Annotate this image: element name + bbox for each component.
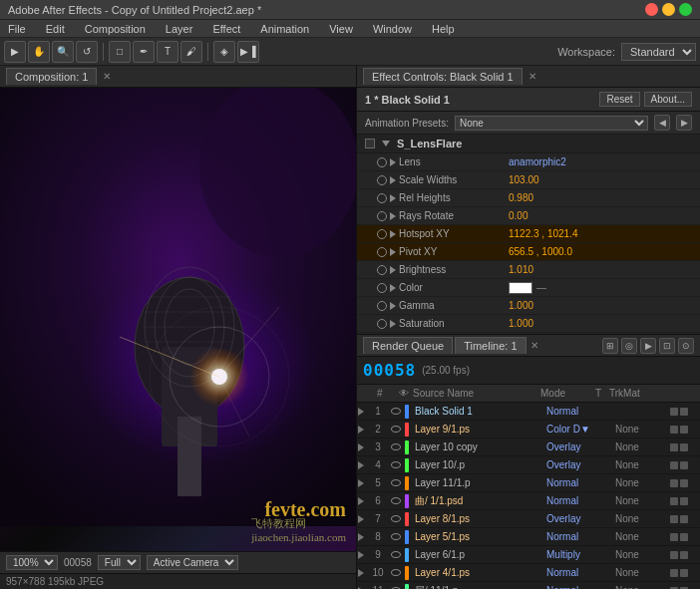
prop-stopwatch-rays-rot[interactable] [377, 211, 387, 221]
composition-tab[interactable]: Composition: 1 [6, 68, 97, 85]
layer-small-icon[interactable] [670, 515, 678, 523]
layer-small-icon[interactable] [670, 533, 678, 541]
zoom-tool[interactable]: 🔍 [52, 41, 74, 63]
prop-stopwatch-bright[interactable] [377, 265, 387, 275]
prop-value-pivot[interactable]: 656.5 , 1000.0 [509, 246, 692, 257]
maximize-button[interactable] [679, 3, 692, 16]
hand-tool[interactable]: ✋ [28, 41, 50, 63]
prop-value-rel[interactable]: 0.980 [509, 192, 692, 203]
timeline-tab-close[interactable]: ✕ [530, 340, 538, 351]
text-tool[interactable]: T [157, 41, 178, 63]
layer-row[interactable]: 10Layer 4/1.psNormalNone [357, 564, 700, 582]
layer-mode-cell[interactable]: Color D▼ [546, 424, 601, 435]
layer-expand-icon[interactable] [357, 461, 367, 469]
prop-stopwatch-gamma[interactable] [377, 301, 387, 311]
layer-mode-cell[interactable]: Overlay [546, 459, 601, 470]
menu-item-animation[interactable]: Animation [256, 23, 313, 35]
reset-button[interactable]: Reset [599, 92, 639, 107]
layer-name-cell[interactable]: Layer 4/1.ps [411, 567, 546, 578]
layer-small-icon[interactable] [680, 461, 688, 469]
layer-row[interactable]: 7Layer 8/1.psOverlayNone [357, 510, 700, 528]
puppet-tool[interactable]: ◈ [213, 41, 235, 63]
layer-row[interactable]: 4Layer 10/.pOverlayNone [357, 456, 700, 474]
layer-name-cell[interactable]: Layer 6/1.p [411, 549, 546, 560]
layer-name-cell[interactable]: Black Solid 1 [411, 406, 546, 417]
menu-item-window[interactable]: Window [369, 23, 416, 35]
menu-item-composition[interactable]: Composition [81, 23, 150, 35]
layer-expand-icon[interactable] [357, 408, 367, 416]
effect-section-lensflare[interactable]: S_LensFlare [357, 135, 700, 153]
layer-trkmat-cell[interactable]: None [615, 442, 670, 452]
layer-small-icon[interactable] [670, 497, 678, 505]
layer-small-icon[interactable] [670, 479, 678, 487]
layer-mode-cell[interactable]: Overlay [546, 442, 601, 452]
prop-value-lens[interactable]: anamorphic2 [509, 156, 692, 167]
layer-mode-cell[interactable]: Overlay [546, 513, 601, 524]
prop-stopwatch-color[interactable] [377, 283, 387, 293]
quality-select[interactable]: Full [98, 555, 141, 570]
minimize-button[interactable] [662, 3, 675, 16]
prop-stopwatch-sat[interactable] [377, 319, 387, 329]
layer-small-icon[interactable] [670, 408, 678, 416]
timeline-icon-4[interactable]: ⊡ [659, 338, 675, 354]
layer-expand-icon[interactable] [357, 426, 367, 434]
layer-mode-cell[interactable]: Normal [546, 495, 601, 506]
layer-trkmat-cell[interactable]: None [615, 549, 670, 560]
prop-expand-bright[interactable] [390, 266, 396, 274]
layer-row[interactable]: 6曲/ 1/1.psdNormalNone [357, 492, 700, 510]
about-button[interactable]: About... [644, 92, 692, 107]
prop-stopwatch-hotspot[interactable] [377, 229, 387, 239]
layer-expand-icon[interactable] [357, 479, 367, 487]
layer-trkmat-cell[interactable]: None [615, 585, 670, 589]
prop-value-sat[interactable]: 1.000 [509, 318, 692, 329]
prop-value-scale[interactable]: 103.00 [509, 174, 692, 185]
color-swatch-white[interactable] [509, 282, 532, 294]
layer-visibility-icon[interactable] [389, 443, 403, 450]
prop-expand-lens[interactable] [390, 158, 396, 166]
layer-mode-cell[interactable]: Normal [546, 567, 601, 578]
layer-small-icon[interactable] [680, 426, 688, 434]
render-queue-tab[interactable]: Render Queue [363, 337, 453, 354]
layer-mode-cell[interactable]: Normal [546, 406, 601, 417]
layer-row[interactable]: 3Layer 10 copyOverlayNone [357, 439, 700, 456]
prop-stopwatch-lens[interactable] [377, 157, 387, 167]
layer-row[interactable]: 1Black Solid 1Normal [357, 403, 700, 421]
layer-name-cell[interactable]: Layer 10/.p [411, 459, 546, 470]
layer-small-icon[interactable] [670, 569, 678, 577]
prop-expand-pivot[interactable] [390, 248, 396, 256]
layer-visibility-icon[interactable] [389, 426, 403, 433]
layer-expand-icon[interactable] [357, 569, 367, 577]
prop-value-gamma[interactable]: 1.000 [509, 300, 692, 311]
rotate-tool[interactable]: ↺ [76, 41, 98, 63]
layer-small-icon[interactable] [680, 408, 688, 416]
anim-presets-nav-right[interactable]: ▶ [676, 115, 692, 131]
prop-stopwatch-rel[interactable] [377, 193, 387, 203]
layer-name-cell[interactable]: Layer 9/1.ps [411, 424, 546, 435]
effect-controls-tab[interactable]: Effect Controls: Black Solid 1 [363, 68, 523, 85]
menu-item-edit[interactable]: Edit [42, 23, 69, 35]
layer-small-icon[interactable] [680, 551, 688, 559]
anim-presets-select[interactable]: None [455, 116, 648, 131]
layer-small-icon[interactable] [670, 461, 678, 469]
layer-expand-icon[interactable] [357, 551, 367, 559]
prop-expand-gamma[interactable] [390, 302, 396, 310]
layer-mode-cell[interactable]: Multiply [546, 549, 601, 560]
timeline-icon-5[interactable]: ⊙ [678, 338, 694, 354]
layer-small-icon[interactable] [670, 426, 678, 434]
effect-enable-checkbox[interactable] [365, 139, 375, 148]
menu-item-view[interactable]: View [325, 23, 357, 35]
layer-name-cell[interactable]: Layer 5/1.ps [411, 531, 546, 542]
pen-tool[interactable]: ✒ [133, 41, 155, 63]
close-button[interactable] [645, 3, 658, 16]
layer-small-icon[interactable] [680, 443, 688, 451]
zoom-select[interactable]: 100% [6, 555, 58, 570]
prop-stopwatch-pivot[interactable] [377, 247, 387, 257]
workspace-select[interactable]: Standard [621, 43, 696, 61]
prop-expand-hotspot[interactable] [390, 230, 396, 238]
layer-visibility-icon[interactable] [389, 569, 403, 576]
layer-trkmat-cell[interactable]: None [615, 477, 670, 488]
layer-expand-icon[interactable] [357, 515, 367, 523]
layer-mode-cell[interactable]: Normal [546, 585, 601, 589]
layer-visibility-icon[interactable] [389, 515, 403, 522]
layer-row[interactable]: 2Layer 9/1.psColor D▼None [357, 421, 700, 439]
